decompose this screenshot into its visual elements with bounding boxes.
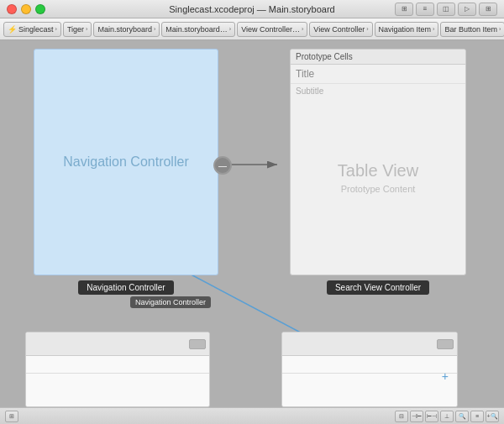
bottom-left-nav-bar (26, 332, 209, 356)
connector-icon: — (218, 161, 227, 170)
segue-connector[interactable]: — (213, 156, 232, 175)
maximize-button[interactable] (35, 4, 45, 14)
chevron-icon: › (302, 26, 303, 32)
breadcrumb-tiger[interactable]: Tiger › (63, 22, 92, 37)
chevron-icon: › (366, 26, 368, 32)
chevron-icon: › (55, 26, 57, 32)
scheme-icon[interactable]: ⊞ (479, 3, 497, 16)
chevron-icon: › (433, 26, 434, 32)
breadcrumb-nav-item[interactable]: Navigation Item › (375, 22, 439, 37)
breadcrumb-main-storyboard[interactable]: Main.storyboard › (93, 22, 160, 37)
close-button[interactable] (7, 4, 17, 14)
breadcrumb-view-controller-2[interactable]: View Controller › (309, 22, 372, 37)
bottom-toolbar-left[interactable]: ⊞ (5, 411, 18, 422)
prototype-subtitle-row: Subtitle (291, 84, 465, 98)
chevron-icon: › (154, 26, 155, 32)
align-icon-2[interactable]: ⊢⊣ (425, 411, 438, 422)
nav-controller-container: Navigation Controller Navigation Control… (25, 49, 227, 295)
storyboard-canvas[interactable]: Navigation Controller Navigation Control… (0, 40, 504, 424)
object-library-icon[interactable]: ⊟ (395, 411, 408, 422)
debug-icon[interactable]: ▷ (458, 3, 476, 16)
titlebar-right-icons: ⊞ ≡ ◫ ▷ ⊞ (395, 3, 497, 16)
plus-icon: + (442, 369, 449, 383)
main-area: Navigation Controller Navigation Control… (0, 40, 504, 424)
table-view-sublabel: Prototype Content (341, 184, 416, 194)
prototype-cells-header: Prototype Cells (291, 50, 465, 65)
breadcrumb-bar-button[interactable]: Bar Button Item › (440, 22, 504, 37)
list-icon[interactable]: ≡ (470, 411, 484, 422)
search-vc-body[interactable]: Prototype Cells Title Subtitle Table Vie… (290, 49, 466, 275)
nav-controller-tooltip: Navigation Controller (130, 296, 211, 308)
bottom-right-nav-bar (282, 332, 457, 356)
breadcrumb-view-controller-1[interactable]: View Controller… › (237, 22, 307, 37)
search-vc-badge: Search View Controller (327, 280, 429, 295)
breadcrumb-toolbar: ⚡ Singlecast › Tiger › Main.storyboard ›… (0, 18, 504, 40)
inspector-icon[interactable]: ◫ (437, 3, 455, 16)
zoom-in-icon[interactable]: +🔍 (486, 411, 499, 422)
align-icon-3[interactable]: ⊥ (440, 411, 454, 422)
bottom-right-content: + (282, 356, 457, 406)
minimize-button[interactable] (21, 4, 31, 14)
chevron-icon: › (86, 26, 87, 32)
bottom-right-mini-btn[interactable] (437, 339, 454, 349)
prototype-title-row: Title (291, 65, 465, 84)
window-controls[interactable] (7, 4, 45, 14)
window-title: Singlecast.xcodeproj — Main.storyboard (169, 4, 334, 14)
canvas-bottom-toolbar: ⊞ ⊟ ⊣⊢ ⊢⊣ ⊥ 🔍 ≡ +🔍 (0, 407, 504, 424)
nav-controller-badge: Navigation Controller (78, 280, 173, 295)
table-view-label: Table View (338, 161, 418, 181)
nav-controller-inside-label: Navigation Controller (63, 154, 188, 170)
bottom-left-mini-btn[interactable] (189, 339, 206, 349)
search-vc-container: Prototype Cells Title Subtitle Table Vie… (277, 49, 479, 295)
breadcrumb-singlecast[interactable]: ⚡ Singlecast › (3, 22, 61, 37)
view-toggle-icon[interactable]: ⊞ (395, 3, 413, 16)
bottom-right-vc: + (281, 332, 458, 407)
bottom-toolbar-right-icons: ⊟ ⊣⊢ ⊢⊣ ⊥ 🔍 ≡ +🔍 (395, 411, 499, 422)
breadcrumb-main-storyboard-2[interactable]: Main.storyboard… › (161, 22, 235, 37)
zoom-out-icon[interactable]: 🔍 (455, 411, 469, 422)
titlebar: Singlecast.xcodeproj — Main.storyboard ⊞… (0, 0, 504, 18)
bottom-left-divider (26, 373, 209, 374)
chevron-icon: › (499, 26, 501, 32)
chevron-icon: › (229, 26, 231, 32)
zoom-fit-icon[interactable]: ⊞ (5, 411, 18, 422)
bottom-left-vc (25, 332, 210, 407)
table-view-content: Table View Prototype Content (291, 98, 465, 256)
nav-controller-body[interactable]: Navigation Controller (34, 49, 218, 275)
bottom-right-divider (282, 373, 457, 374)
bottom-left-content (26, 356, 209, 406)
xcode-icon: ⚡ (8, 25, 17, 34)
align-icon-1[interactable]: ⊣⊢ (410, 411, 423, 422)
organizer-icon[interactable]: ≡ (416, 3, 434, 16)
